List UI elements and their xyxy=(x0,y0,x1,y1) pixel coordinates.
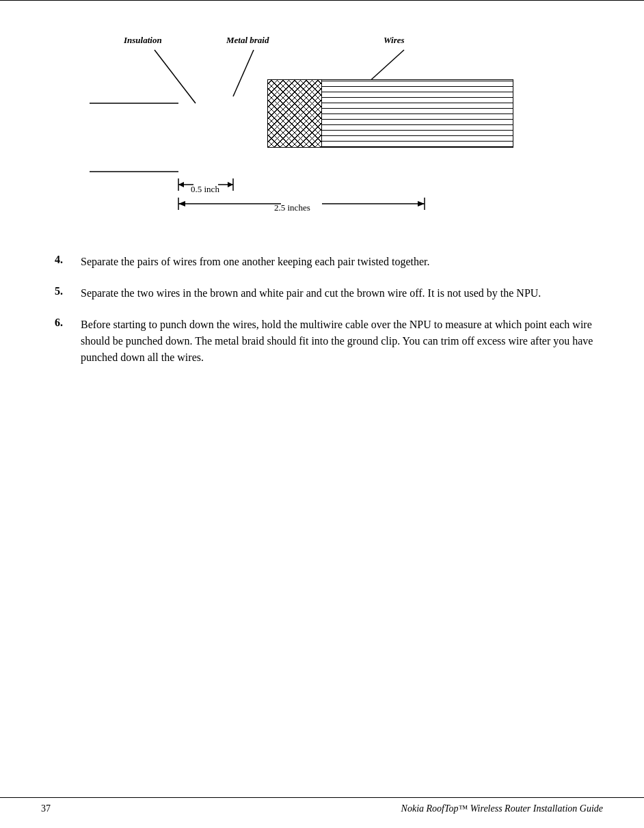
step-6-text: Before starting to punch down the wires,… xyxy=(81,317,603,366)
step-5-text: Separate the two wires in the brown and … xyxy=(81,285,541,302)
step-5: 5. Separate the two wires in the brown a… xyxy=(55,285,603,302)
step-6: 6. Before starting to punch down the wir… xyxy=(55,317,603,366)
label-wires: Wires xyxy=(384,35,405,46)
cable-cross-section xyxy=(178,79,513,148)
label-metal-braid: Metal braid xyxy=(226,35,269,46)
footer-page-number: 37 xyxy=(41,803,51,814)
page-content: Insulation Metal braid Wires 0.5 inch 2.… xyxy=(0,1,644,422)
wires-pattern xyxy=(322,79,513,148)
cable-diagram-container: Insulation Metal braid Wires 0.5 inch 2.… xyxy=(90,35,554,226)
footer: 37 Nokia RoofTop™ Wireless Router Instal… xyxy=(0,797,644,814)
svg-marker-9 xyxy=(178,182,184,187)
step-4-text: Separate the pairs of wires from one ano… xyxy=(81,254,429,270)
step-4-number: 4. xyxy=(55,254,81,266)
steps-list: 4. Separate the pairs of wires from one … xyxy=(41,254,603,366)
footer-title: Nokia RoofTop™ Wireless Router Installat… xyxy=(401,803,603,814)
svg-marker-15 xyxy=(178,201,185,206)
metal-braid-pattern xyxy=(267,79,322,148)
step-6-number: 6. xyxy=(55,317,81,329)
dim-25-label: 2.5 inches xyxy=(274,202,310,213)
step-5-number: 5. xyxy=(55,285,81,297)
dim-05-label: 0.5 inch xyxy=(191,184,219,195)
svg-marker-16 xyxy=(418,201,425,206)
step-4: 4. Separate the pairs of wires from one … xyxy=(55,254,603,270)
svg-marker-10 xyxy=(228,182,233,187)
label-insulation: Insulation xyxy=(124,35,162,46)
